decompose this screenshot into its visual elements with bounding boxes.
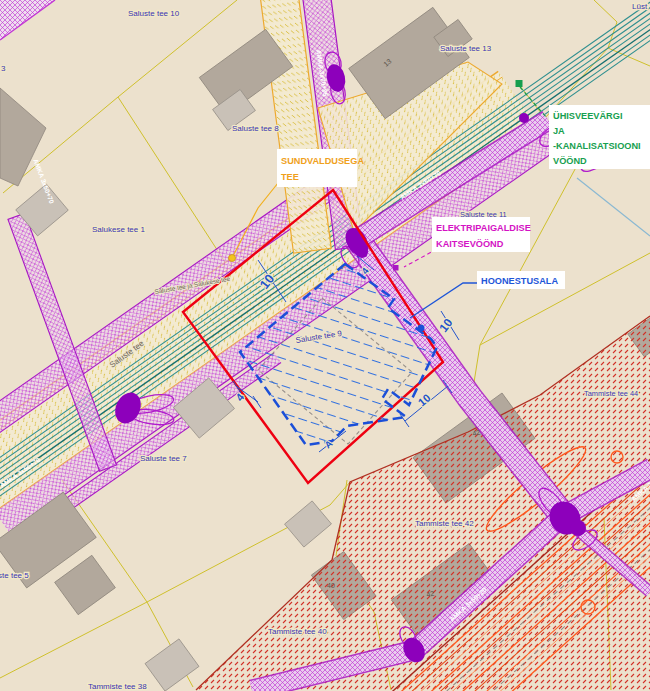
annotation-text: HOONESTUSALA [481,276,558,286]
annotation-hoonestusala: HOONESTUSALA [477,271,565,289]
annotation-text: ÜHISVEEVÄRGI [553,111,622,121]
cable-node-purple [393,265,399,271]
annotation-text: KAITSEVÖÖND [436,239,504,249]
annotation-text: JA [553,126,565,136]
parcel-label-saluste-tee-7: Saluste tee 7 [140,454,187,463]
parcel-label-saluste-tee-10: Saluste tee 10 [128,9,180,18]
parcel-label-saluste-tee-8: Saluste tee 8 [232,124,279,133]
parcel-label-saluste-tee-13: Saluste tee 13 [440,44,492,53]
parcel-label-tammiste-tee-38: Tammiste tee 38 [88,682,147,691]
node-blue [418,325,425,332]
water-node-green [516,80,523,87]
parcel-label-salukese-tee-1: Salukese tee 1 [92,225,145,234]
parcel-label-partial-3: 3 [1,64,6,73]
parcel-label-tammiste-tee-40: Tammiste tee 40 [268,627,327,636]
parcel-label-tammiste-tee-44: Tammiste tee 44 [584,389,638,398]
annotation-sundvaldusega-tee: SUNDVALDUSEGA TEE [277,149,364,187]
annotation-water-sewer-zone: ÜHISVEEVÄRGI JA -KANALISATSIOONI VÖÖND [549,105,650,169]
annotation-text: VÖÖND [553,156,587,166]
annotation-text: -KANALISATSIOONI [553,141,641,151]
parcel-label-edge: Lüst [632,2,648,11]
building-number: 40 [327,582,335,589]
map-canvas[interactable]: Saluste tee Saluste tee ja Salukese tee … [0,0,650,691]
parcel-label-tammiste-tee-42: Tammiste tee 42 [415,519,474,528]
annotation-text: ELEKTRIPAIGALDISE [436,223,531,233]
annotation-electric-zone: ELEKTRIPAIGALDISE KAITSEVÖÖND [432,217,531,252]
annotation-text: TEE [281,172,299,182]
annotation-text: SUNDVALDUSEGA [281,156,364,166]
parcel-label-saluste-tee-5: Saluste tee 5 [0,571,29,580]
leader-dot-yellow [229,255,236,262]
map-viewport: Saluste tee Saluste tee ja Salukese tee … [0,0,650,691]
